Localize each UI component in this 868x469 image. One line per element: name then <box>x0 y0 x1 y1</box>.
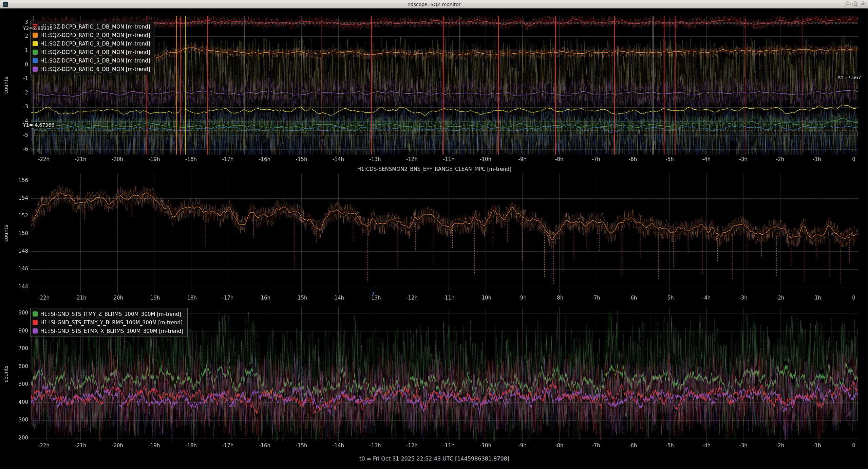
maximize-button[interactable]: □ <box>852 1 858 7</box>
window-titlebar[interactable]: ∿ ndscope: SQZ monitor – □ ✕ <box>0 0 868 8</box>
legend-label: H1:SQZ-DCPD_RATIO_4_DB_MON [m-trend] <box>40 49 150 55</box>
legend-item: H1:ISI-GND_STS_ETMY_Y_BLRMS_100M_300M [m… <box>33 318 183 327</box>
legend-label: H1:SQZ-DCPD_RATIO_2_DB_MON [m-trend] <box>40 32 150 38</box>
legend-item: H1:SQZ-DCPD_RATIO_6_DB_MON [m-trend] <box>33 65 150 73</box>
minimize-button[interactable]: – <box>845 1 851 7</box>
legend-item: H1:ISI-GND_STS_ITMY_Z_BLRMS_100M_300M [m… <box>33 310 183 318</box>
legend-label: H1:SQZ-DCPD_RATIO_1_DB_MON [m-trend] <box>40 24 150 30</box>
legend-label: H1:SQZ-DCPD_RATIO_3_DB_MON [m-trend] <box>40 41 150 47</box>
legend-item: H1:SQZ-DCPD_RATIO_5_DB_MON [m-trend] <box>33 56 150 65</box>
plot2-title: H1:CDS-SENSMON2_BNS_EFF_RANGE_CLEAN_MPC … <box>0 166 868 172</box>
cursor-y2-label[interactable]: Y2=2.89335 <box>21 25 54 31</box>
window-controls: – □ ✕ <box>845 1 866 7</box>
legend-swatch <box>33 33 38 38</box>
legend-swatch <box>33 58 38 63</box>
legend-item: H1:SQZ-DCPD_RATIO_2_DB_MON [m-trend] <box>33 31 150 39</box>
plot3-legend[interactable]: H1:ISI-GND_STS_ITMY_Z_BLRMS_100M_300M [m… <box>30 308 188 337</box>
legend-swatch <box>33 311 38 317</box>
cursor-dy-label: ΔY=7.567 <box>836 74 863 80</box>
legend-label: H1:SQZ-DCPD_RATIO_6_DB_MON [m-trend] <box>40 66 150 72</box>
window-title: ndscope: SQZ monitor <box>408 2 461 7</box>
legend-label: H1:ISI-GND_STS_ITMY_Z_BLRMS_100M_300M [m… <box>40 311 181 317</box>
legend-swatch <box>33 50 38 55</box>
legend-swatch <box>33 41 38 46</box>
close-button[interactable]: ✕ <box>860 1 866 7</box>
cursor-y1-label[interactable]: Y1=-4.67366 <box>21 122 56 128</box>
legend-item: H1:ISI-GND_STS_ETMX_X_BLRMS_100M_300M [m… <box>33 327 183 335</box>
ndscope-window: { "window": { "title": "ndscope: SQZ mon… <box>0 0 868 469</box>
t0-status: t0 = Fri Oct 31 2025 22:52:43 UTC [14459… <box>0 455 868 462</box>
legend-swatch <box>33 67 38 72</box>
legend-item: H1:SQZ-DCPD_RATIO_3_DB_MON [m-trend] <box>33 39 150 48</box>
legend-swatch <box>33 320 38 325</box>
app-icon: ∿ <box>3 2 8 7</box>
legend-label: H1:SQZ-DCPD_RATIO_5_DB_MON [m-trend] <box>40 58 150 64</box>
legend-label: H1:ISI-GND_STS_ETMY_Y_BLRMS_100M_300M [m… <box>40 320 183 326</box>
legend-label: H1:ISI-GND_STS_ETMX_X_BLRMS_100M_300M [m… <box>40 328 183 334</box>
plot2-canvas[interactable] <box>0 165 868 303</box>
legend-item: H1:SQZ-DCPD_RATIO_4_DB_MON [m-trend] <box>33 48 150 56</box>
legend-swatch <box>33 328 38 333</box>
